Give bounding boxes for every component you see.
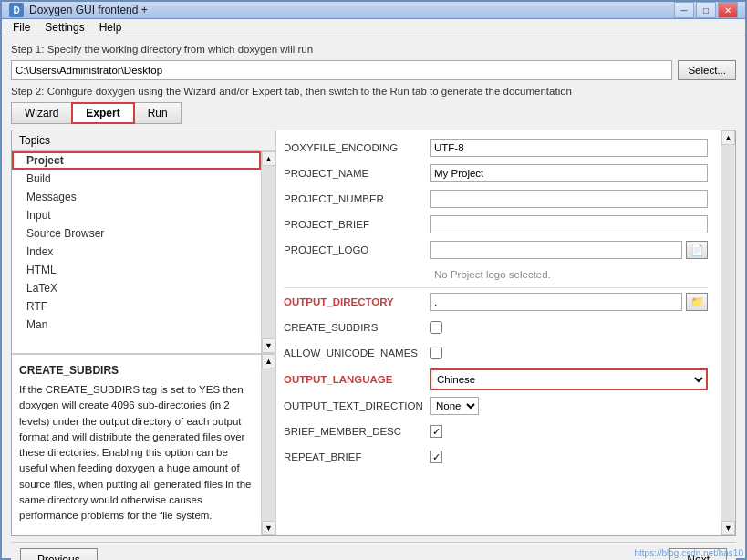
repeat-brief-row: REPEAT_BRIEF ✓ [284, 447, 708, 467]
repeat-brief-label: REPEAT_BRIEF [284, 451, 430, 462]
main-panel: Topics Project Build Messages Input Sour… [11, 130, 736, 536]
project-number-row: PROJECT_NUMBER [284, 189, 708, 209]
right-panel: DOXYFILE_ENCODING PROJECT_NAME PROJECT_N… [276, 130, 735, 535]
topic-index[interactable]: Index [12, 243, 261, 261]
output-directory-input[interactable] [430, 293, 682, 311]
project-name-label: PROJECT_NAME [284, 168, 430, 179]
output-text-direction-label: OUTPUT_TEXT_DIRECTION [284, 400, 430, 411]
output-language-select[interactable]: Chinese English French German Japanese [431, 370, 706, 389]
topic-project[interactable]: Project [12, 151, 261, 170]
tab-expert[interactable]: Expert [71, 102, 134, 124]
desc-scroll-down[interactable]: ▼ [262, 521, 275, 535]
topic-messages[interactable]: Messages [12, 188, 261, 206]
desc-scroll-up[interactable]: ▲ [262, 354, 275, 368]
output-directory-label: OUTPUT_DIRECTORY [284, 296, 430, 307]
allow-unicode-names-checkbox[interactable] [430, 347, 442, 359]
desc-text: If the CREATE_SUBDIRS tag is set to YES … [19, 382, 254, 524]
titlebar-left: D Doxygen GUI frontend + [9, 3, 148, 17]
topics-header: Topics [12, 130, 275, 151]
topic-rtf[interactable]: RTF [12, 297, 261, 316]
bottom-buttons: Previous Next [11, 542, 736, 560]
topic-latex[interactable]: LaTeX [12, 279, 261, 297]
right-scroll-up[interactable]: ▲ [721, 130, 735, 145]
output-language-row: OUTPUT_LANGUAGE Chinese English French G… [284, 368, 708, 390]
previous-button[interactable]: Previous [20, 548, 98, 560]
topic-build[interactable]: Build [12, 170, 261, 188]
topic-man[interactable]: Man [12, 316, 261, 334]
project-brief-label: PROJECT_BRIEF [284, 219, 430, 230]
topics-list: Project Build Messages Input Source Brow… [12, 151, 261, 353]
content-area: Step 1: Specify the working directory fr… [2, 36, 745, 560]
project-logo-label: PROJECT_LOGO [284, 244, 430, 255]
brief-member-desc-checkbox[interactable]: ✓ [430, 425, 442, 438]
tab-wizard[interactable]: Wizard [11, 102, 72, 124]
project-logo-file-button[interactable]: 📄 [686, 241, 708, 259]
topic-source-browser[interactable]: Source Browser [12, 224, 261, 243]
doxyfile-encoding-input[interactable] [430, 139, 708, 157]
allow-unicode-names-label: ALLOW_UNICODE_NAMES [284, 347, 430, 358]
output-language-dropdown-wrap: Chinese English French German Japanese [430, 368, 708, 390]
create-subdirs-checkbox[interactable] [430, 321, 442, 334]
step2-label: Step 2: Configure doxygen using the Wiza… [11, 86, 736, 97]
menu-help[interactable]: Help [92, 19, 130, 36]
window-title: Doxygen GUI frontend + [29, 4, 148, 16]
titlebar: D Doxygen GUI frontend + ─ □ ✕ [2, 2, 745, 19]
project-name-input[interactable] [430, 164, 708, 182]
menubar: File Settings Help [2, 19, 745, 36]
app-icon: D [9, 3, 24, 17]
topics-scroll-up[interactable]: ▲ [262, 151, 275, 166]
output-directory-row: OUTPUT_DIRECTORY 📁 [284, 292, 708, 312]
topic-input[interactable]: Input [12, 206, 261, 224]
project-logo-row: PROJECT_LOGO 📄 [284, 240, 708, 260]
doxyfile-encoding-label: DOXYFILE_ENCODING [284, 142, 430, 153]
project-brief-row: PROJECT_BRIEF [284, 214, 708, 234]
minimize-button[interactable]: ─ [674, 2, 694, 18]
desc-title: CREATE_SUBDIRS [19, 362, 254, 379]
project-logo-input[interactable] [430, 241, 682, 259]
repeat-brief-checkbox[interactable]: ✓ [430, 451, 442, 463]
project-number-label: PROJECT_NUMBER [284, 193, 430, 204]
output-language-label: OUTPUT_LANGUAGE [284, 374, 430, 385]
doxyfile-encoding-row: DOXYFILE_ENCODING [284, 138, 708, 158]
left-inner: Topics Project Build Messages Input Sour… [12, 130, 275, 535]
select-dir-button[interactable]: Select... [678, 60, 736, 80]
no-logo-text: No Project logo selected. [284, 265, 708, 284]
output-text-direction-select[interactable]: None LTR RTL [430, 397, 479, 415]
brief-member-desc-label: BRIEF_MEMBER_DESC [284, 426, 430, 437]
maximize-button[interactable]: □ [696, 2, 716, 18]
step1-label: Step 1: Specify the working directory fr… [11, 44, 736, 55]
path-row: Select... [11, 60, 736, 80]
topics-scroll-down[interactable]: ▼ [262, 338, 275, 353]
menu-file[interactable]: File [5, 19, 37, 36]
titlebar-controls: ─ □ ✕ [674, 2, 738, 18]
description-panel: CREATE_SUBDIRS If the CREATE_SUBDIRS tag… [12, 354, 261, 535]
output-directory-file-button[interactable]: 📁 [686, 293, 708, 311]
menu-settings[interactable]: Settings [37, 19, 91, 36]
tabs-row: Wizard Expert Run [11, 102, 736, 124]
project-brief-input[interactable] [430, 215, 708, 233]
brief-member-desc-row: BRIEF_MEMBER_DESC ✓ [284, 421, 708, 441]
project-name-row: PROJECT_NAME [284, 163, 708, 183]
topic-html[interactable]: HTML [12, 261, 261, 279]
create-subdirs-label: CREATE_SUBDIRS [284, 322, 430, 333]
close-button[interactable]: ✕ [718, 2, 738, 18]
right-scrollbar[interactable]: ▲ ▼ [721, 130, 735, 535]
working-dir-input[interactable] [11, 60, 672, 80]
left-panel: Topics Project Build Messages Input Sour… [12, 130, 276, 535]
tab-run[interactable]: Run [134, 102, 182, 124]
watermark: https://blog.csdn.net/has10 [634, 548, 743, 558]
output-text-direction-row: OUTPUT_TEXT_DIRECTION None LTR RTL [284, 396, 708, 416]
project-number-input[interactable] [430, 190, 708, 208]
fields-area: DOXYFILE_ENCODING PROJECT_NAME PROJECT_N… [276, 130, 735, 535]
create-subdirs-row: CREATE_SUBDIRS [284, 317, 708, 337]
right-scroll-down[interactable]: ▼ [721, 521, 735, 535]
allow-unicode-names-row: ALLOW_UNICODE_NAMES [284, 343, 708, 363]
